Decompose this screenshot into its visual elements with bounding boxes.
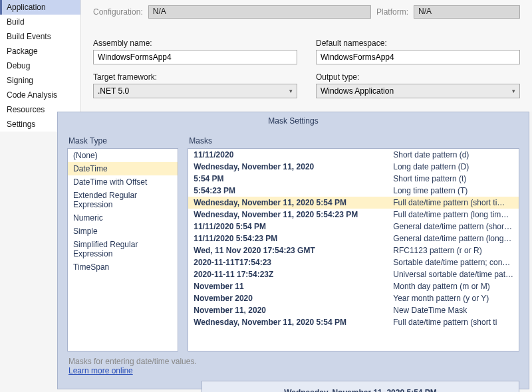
mask-settings-dialog: Mask Settings Mask Type (None)DateTimeDa… bbox=[57, 112, 529, 389]
assembly-name-input[interactable] bbox=[93, 50, 297, 64]
learn-more-link[interactable]: Learn more online bbox=[68, 366, 133, 375]
mask-desc: Full date/time pattern (short ti… bbox=[393, 198, 513, 207]
mask-type-header: Mask Type bbox=[67, 136, 178, 146]
mask-sample: Wednesday, November 11, 2020 5:54 PM bbox=[194, 318, 393, 327]
mask-sample: 11/11/2020 5:54 PM bbox=[194, 222, 393, 231]
mask-type-item[interactable]: (None) bbox=[68, 149, 178, 162]
mask-sample: Wednesday, November 11, 2020 5:54:23 PM bbox=[194, 210, 393, 219]
mask-sample: November 11 bbox=[194, 282, 393, 291]
sidebar-item-signing[interactable]: Signing bbox=[0, 73, 80, 88]
mask-type-list[interactable]: (None)DateTimeDateTime with OffsetExtend… bbox=[67, 148, 178, 351]
mask-sample: 2020-11-11 17:54:23Z bbox=[194, 270, 393, 279]
mask-sample: Wed, 11 Nov 2020 17:54:23 GMT bbox=[194, 246, 393, 255]
mask-type-item[interactable]: DateTime with Offset bbox=[68, 175, 178, 189]
masks-header: Masks bbox=[188, 136, 519, 146]
mask-sample: 5:54 PM bbox=[194, 174, 393, 183]
default-namespace-input[interactable] bbox=[316, 50, 520, 64]
help-text: Masks for entering date/time values. bbox=[68, 357, 197, 366]
platform-select[interactable]: N/A bbox=[414, 5, 520, 19]
configuration-select[interactable]: N/A bbox=[148, 5, 371, 19]
sidebar-item-package[interactable]: Package bbox=[0, 44, 80, 58]
mask-type-item[interactable]: Simple bbox=[68, 225, 178, 238]
mask-row[interactable]: Wednesday, November 11, 2020 5:54:23 PMF… bbox=[188, 209, 519, 221]
mask-sample: Wednesday, November 11, 2020 bbox=[194, 162, 393, 171]
mask-sample: 5:54:23 PM bbox=[194, 186, 393, 195]
default-namespace-label: Default namespace: bbox=[316, 39, 520, 48]
mask-row[interactable]: Wed, 11 Nov 2020 17:54:23 GMTRFC1123 pat… bbox=[188, 245, 519, 256]
mask-row[interactable]: 5:54 PMShort time pattern (t) bbox=[188, 173, 519, 185]
mask-row[interactable]: 11/11/2020 5:54 PMGeneral date/time patt… bbox=[188, 221, 519, 233]
mask-row[interactable]: 2020-11-11T17:54:23Sortable date/time pa… bbox=[188, 256, 519, 268]
mask-sample: 11/11/2020 bbox=[194, 150, 393, 159]
sidebar-item-application[interactable]: Application bbox=[0, 0, 80, 15]
configuration-label: Configuration: bbox=[93, 7, 143, 17]
sidebar-item-code-analysis[interactable]: Code Analysis bbox=[0, 88, 80, 102]
mask-desc: Long date pattern (D) bbox=[393, 162, 513, 171]
mask-row[interactable]: Wednesday, November 11, 2020Long date pa… bbox=[188, 161, 519, 173]
mask-desc: Short date pattern (d) bbox=[393, 150, 513, 159]
mask-desc: Short time pattern (t) bbox=[393, 174, 513, 183]
assembly-name-label: Assembly name: bbox=[93, 39, 297, 48]
target-framework-label: Target framework: bbox=[93, 72, 297, 82]
platform-label: Platform: bbox=[376, 7, 408, 17]
mask-type-item[interactable]: Simplified Regular Expression bbox=[68, 238, 178, 260]
mask-type-item[interactable]: TimeSpan bbox=[68, 260, 178, 274]
chevron-down-icon: ▾ bbox=[512, 88, 515, 94]
mask-row[interactable]: November 11, 2020New DateTime Mask bbox=[188, 304, 519, 316]
mask-row[interactable]: 11/11/2020 5:54:23 PMGeneral date/time p… bbox=[188, 233, 519, 245]
mask-desc: Year month pattern (y or Y) bbox=[393, 294, 513, 303]
mask-type-item[interactable]: Numeric bbox=[68, 211, 178, 225]
mask-desc: General date/time pattern (shor… bbox=[393, 222, 513, 231]
mask-desc: General date/time pattern (long… bbox=[393, 234, 513, 243]
mask-row[interactable]: 5:54:23 PMLong time pattern (T) bbox=[188, 185, 519, 197]
sidebar-item-build[interactable]: Build bbox=[0, 15, 80, 29]
application-panel: Configuration: N/A Platform: N/A Assembl… bbox=[81, 0, 532, 112]
mask-row[interactable]: 11/11/2020Short date pattern (d) bbox=[188, 149, 519, 161]
mask-dialog-title: Mask Settings bbox=[58, 112, 529, 130]
output-type-select[interactable]: Windows Application ▾ bbox=[316, 84, 520, 98]
mask-desc: Universal sortable date/time pat… bbox=[393, 270, 513, 279]
mask-type-item[interactable]: DateTime bbox=[68, 162, 178, 175]
mask-sample: November 2020 bbox=[194, 294, 393, 303]
chevron-down-icon: ▾ bbox=[289, 88, 293, 94]
output-type-label: Output type: bbox=[316, 72, 520, 82]
mask-sample: 11/11/2020 5:54:23 PM bbox=[194, 234, 393, 243]
masks-list[interactable]: 11/11/2020Short date pattern (d)Wednesda… bbox=[188, 148, 519, 351]
mask-row[interactable]: November 11Month day pattern (m or M) bbox=[188, 280, 519, 292]
mask-type-item[interactable]: Extended Regular Expression bbox=[68, 189, 178, 211]
mask-row[interactable]: Wednesday, November 11, 2020 5:54 PMFull… bbox=[188, 316, 519, 328]
mask-row[interactable]: November 2020Year month pattern (y or Y) bbox=[188, 292, 519, 304]
sidebar-item-debug[interactable]: Debug bbox=[0, 58, 80, 73]
mask-row[interactable]: 2020-11-11 17:54:23ZUniversal sortable d… bbox=[188, 268, 519, 280]
mask-desc: Full date/time pattern (short ti bbox=[393, 318, 513, 327]
mask-desc: Month day pattern (m or M) bbox=[393, 282, 513, 291]
mask-sample: 2020-11-11T17:54:23 bbox=[194, 258, 393, 267]
target-framework-select[interactable]: .NET 5.0 ▾ bbox=[93, 84, 297, 98]
mask-row[interactable]: Wednesday, November 11, 2020 5:54 PMFull… bbox=[188, 197, 519, 209]
mask-desc: Long time pattern (T) bbox=[393, 186, 513, 195]
mask-desc: Sortable date/time pattern; con… bbox=[393, 258, 513, 267]
mask-desc: New DateTime Mask bbox=[393, 306, 513, 315]
mask-desc: Full date/time pattern (long tim… bbox=[393, 210, 513, 219]
mask-sample: November 11, 2020 bbox=[194, 306, 393, 315]
mask-preview: Wednesday, November 11, 2020 5:54 PM bbox=[201, 381, 519, 392]
mask-sample: Wednesday, November 11, 2020 5:54 PM bbox=[194, 198, 393, 207]
mask-desc: RFC1123 pattern (r or R) bbox=[393, 246, 513, 255]
sidebar-item-build-events[interactable]: Build Events bbox=[0, 29, 80, 44]
